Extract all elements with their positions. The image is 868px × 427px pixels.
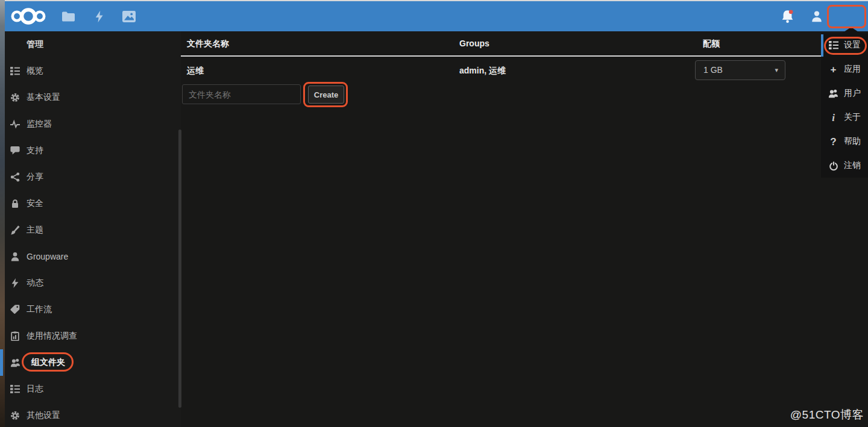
folder-name-input[interactable] — [182, 84, 301, 104]
window-top-edge — [0, 0, 868, 1]
dropdown-caret-icon: ▾ — [775, 61, 778, 79]
gear-icon — [10, 93, 20, 103]
nextcloud-logo[interactable] — [10, 1, 47, 31]
list-details-icon — [828, 40, 838, 51]
nextcloud-logo-icon — [10, 6, 47, 26]
share-icon — [10, 172, 20, 182]
sidebar-caption: 管理 — [5, 31, 181, 58]
notifications-bell-icon — [781, 10, 794, 23]
files-app-button[interactable] — [59, 1, 77, 31]
table-row-folder-name: 运维 — [187, 62, 204, 79]
active-item-indicator — [0, 349, 3, 376]
sidebar-item-sharing[interactable]: 分享 — [5, 164, 181, 190]
column-header-folder-name: 文件夹名称 — [187, 31, 229, 55]
create-button[interactable]: Create — [308, 86, 344, 104]
monitoring-pulse-icon — [10, 119, 20, 129]
sidebar-item-activity[interactable]: 动态 — [5, 270, 181, 296]
sidebar-item-groupware[interactable]: Groupware — [5, 243, 181, 270]
sidebar-item-monitoring[interactable]: 监控器 — [5, 111, 181, 137]
gallery-app-button[interactable] — [120, 1, 138, 31]
notifications-button[interactable] — [779, 1, 796, 31]
admin-sidebar: 管理 概览 基本设置 监控器 支持 分享 安全 主题 — [5, 31, 181, 427]
activity-icon — [95, 10, 104, 23]
activity-app-button[interactable] — [90, 1, 107, 31]
lightning-icon — [10, 278, 20, 288]
sidebar-item-group-folders[interactable]: 组文件夹 — [5, 349, 181, 376]
list-details-icon — [10, 384, 20, 394]
info-icon: i — [828, 113, 838, 123]
survey-clipboard-icon — [10, 331, 20, 341]
sidebar-item-overview[interactable]: 概览 — [5, 58, 181, 84]
contacts-icon — [811, 10, 823, 22]
power-icon — [828, 161, 838, 171]
theming-brush-icon — [10, 225, 20, 235]
sidebar-item-security[interactable]: 安全 — [5, 190, 181, 217]
menu-item-about[interactable]: i 关于 — [821, 105, 868, 129]
menu-item-help[interactable]: ? 帮助 — [821, 129, 868, 154]
files-icon — [62, 11, 75, 22]
person-icon — [10, 252, 20, 262]
nextcloud-admin-screen: N 管理 概览 基本设置 监控器 支持 分享 安全 — [0, 0, 868, 427]
table-header-separator — [181, 55, 868, 57]
column-header-groups: Groups — [459, 31, 489, 55]
sidebar-item-workflow[interactable]: 工作流 — [5, 296, 181, 323]
sidebar-item-logging[interactable]: 日志 — [5, 376, 181, 402]
plus-icon: + — [828, 64, 838, 75]
tag-icon — [10, 305, 20, 315]
sidebar-item-theming[interactable]: 主题 — [5, 217, 181, 243]
column-header-quota: 配额 — [703, 31, 720, 55]
sidebar-item-usage-survey[interactable]: 使用情况调查 — [5, 323, 181, 349]
menu-caret — [842, 27, 860, 33]
topbar — [0, 1, 868, 31]
quota-select-value: 1 GB — [703, 61, 723, 79]
table-row-groups: admin, 运维 — [459, 62, 506, 79]
lock-icon — [10, 199, 20, 209]
menu-scrollbar[interactable] — [821, 34, 823, 57]
watermark: @51CTO博客 — [790, 407, 864, 423]
gear-icon — [10, 411, 20, 421]
quota-select[interactable]: 1 GB ▾ — [695, 60, 785, 80]
settings-dropdown-menu: 设置 + 应用 用户 i 关于 ? 帮助 注销 — [821, 33, 868, 178]
sidebar-item-additional-settings[interactable]: 其他设置 — [5, 402, 181, 427]
sidebar-item-support[interactable]: 支持 — [5, 137, 181, 164]
menu-item-apps[interactable]: + 应用 — [821, 57, 868, 81]
sidebar-scrollbar[interactable] — [178, 129, 181, 408]
question-icon: ? — [828, 137, 838, 147]
contacts-menu-button[interactable] — [808, 1, 825, 31]
table-header-row: 文件夹名称 Groups 配额 — [181, 31, 868, 55]
menu-item-logout[interactable]: 注销 — [821, 154, 868, 178]
chat-bubble-icon — [10, 146, 20, 156]
list-details-icon — [10, 66, 20, 76]
gallery-icon — [122, 11, 136, 22]
group-people-icon — [828, 89, 838, 99]
group-people-icon — [10, 358, 20, 368]
sidebar-item-basic-settings[interactable]: 基本设置 — [5, 84, 181, 111]
menu-item-users[interactable]: 用户 — [821, 81, 868, 105]
menu-item-settings[interactable]: 设置 — [821, 33, 868, 57]
